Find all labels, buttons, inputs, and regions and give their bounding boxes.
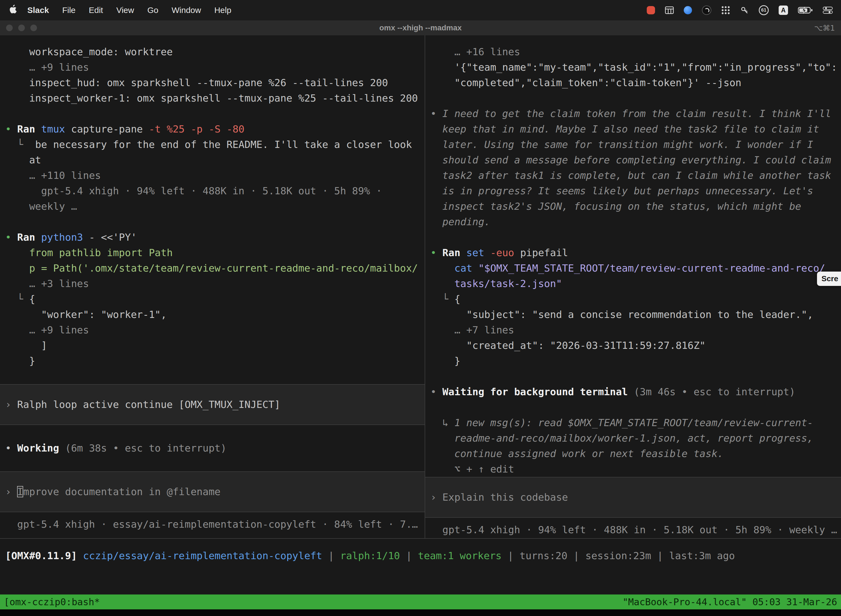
dark-app-icon[interactable] xyxy=(702,6,711,15)
app-launcher-dots-icon[interactable] xyxy=(721,6,730,15)
menu-item-file[interactable]: File xyxy=(56,6,82,15)
tmux-status-bar: [omx-cczip0:bash* "MacBook-Pro-44.local"… xyxy=(0,594,841,609)
terminal-line: pending. xyxy=(425,214,841,230)
blank-line xyxy=(425,369,841,384)
terminal-line: inspect task2's JSON, focusing on the st… xyxy=(425,199,841,214)
key-icon[interactable] xyxy=(740,6,749,15)
screen-recording-indicator-icon[interactable] xyxy=(647,6,655,14)
composer-input[interactable]: › Improve documentation in @filename xyxy=(0,471,425,512)
menu-bar-status-icons: 61 A xyxy=(647,5,835,15)
window-title: omx --xhigh --madmax xyxy=(0,21,841,35)
terminal-line: task2 after task1 is complete, but can I… xyxy=(425,168,841,183)
terminal-line: from pathlib import Path xyxy=(0,245,425,261)
desktop: Slack File Edit View Go Window Help 61 A xyxy=(0,0,841,616)
menu-item-view[interactable]: View xyxy=(110,6,141,15)
terminal-line: at xyxy=(0,153,425,168)
blank-line xyxy=(0,214,425,230)
terminal-line: "created_at": "2026-03-31T11:59:27.816Z" xyxy=(425,338,841,353)
terminal-line: [OMX#0.11.9] cczip/essay/ai-reimplementa… xyxy=(0,548,841,563)
terminal-line: • Ran python3 - <<'PY' xyxy=(0,230,425,245)
terminal-line: "completed","claim_token":"claim-token"}… xyxy=(425,75,841,91)
terminal-line: • Waiting for background terminal (3m 46… xyxy=(425,384,841,400)
terminal-line: inspect_hud: omx sparkshell --tmux-pane … xyxy=(0,75,425,91)
terminal-line: ] xyxy=(0,338,425,353)
terminal-line: readme-and-reco/mailbox/worker-1.json, a… xyxy=(425,431,841,446)
badge-61-icon[interactable]: 61 xyxy=(759,5,769,15)
blank-line xyxy=(0,106,425,122)
terminal-line: gpt-5.4 xhigh · 94% left · 488K in · 5.1… xyxy=(0,183,425,199)
terminal-line: } xyxy=(0,353,425,369)
model-status-line: gpt-5.4 xhigh · essay/ai-reimplementatio… xyxy=(0,517,425,532)
terminal-line: • Working (6m 38s • esc to interrupt) xyxy=(0,440,425,456)
terminal-line: inspect_worker-1: omx sparkshell --tmux-… xyxy=(0,91,425,106)
window-shortcut-hint: ⌥⌘1 xyxy=(814,21,835,35)
terminal-window: workspace_mode: worktree … +9 lines insp… xyxy=(0,35,841,616)
composer-input[interactable]: › Ralph loop active continue [OMX_TMUX_I… xyxy=(0,384,425,425)
blank-line xyxy=(0,369,425,384)
notification-fragment: Scre xyxy=(817,271,841,286)
input-source-icon[interactable]: A xyxy=(779,6,788,15)
menu-item-edit[interactable]: Edit xyxy=(82,6,110,15)
tmux-session-label: [omx-cczip0:bash* xyxy=(4,596,100,607)
composer-input[interactable]: › Explain this codebase xyxy=(425,477,841,518)
blank-line xyxy=(425,230,841,245)
model-status-line: gpt-5.4 xhigh · 94% left · 488K in · 5.1… xyxy=(425,522,841,538)
terminal-line: } xyxy=(425,353,841,369)
terminal-line: └ { xyxy=(0,292,425,307)
blank-line xyxy=(425,400,841,415)
terminal-line: • Ran set -euo pipefail xyxy=(425,245,841,261)
terminal-line: cat "$OMX_TEAM_STATE_ROOT/team/review-cu… xyxy=(425,261,841,276)
battery-charging-icon[interactable] xyxy=(798,6,813,14)
terminal-line: tasks/task-2.json" xyxy=(425,276,841,292)
terminal-line: workspace_mode: worktree xyxy=(0,44,425,60)
terminal-line: later. Using the same for transition mig… xyxy=(425,137,841,153)
terminal-line: … +3 lines xyxy=(0,276,425,292)
terminal-line: … +9 lines xyxy=(0,60,425,75)
menu-item-app-name[interactable]: Slack xyxy=(21,6,56,15)
terminal-line: … +9 lines xyxy=(0,322,425,338)
blue-app-icon[interactable] xyxy=(684,6,692,14)
blank-line xyxy=(0,425,425,440)
notification-fragment-text: Scre xyxy=(821,274,838,283)
terminal-line: p = Path('.omx/state/team/review-current… xyxy=(0,261,425,276)
terminal-line: … +16 lines xyxy=(425,44,841,60)
terminal-line: continue assigned work or next feasible … xyxy=(425,446,841,462)
window-title-bar: omx --xhigh --madmax ⌥⌘1 xyxy=(0,21,841,35)
tmux-host-clock-label: "MacBook-Pro-44.local" 05:03 31-Mar-26 xyxy=(623,596,837,607)
control-center-icon[interactable] xyxy=(823,6,833,14)
omx-hud-status-line: [OMX#0.11.9] cczip/essay/ai-reimplementa… xyxy=(0,548,841,563)
apple-icon xyxy=(9,5,17,16)
menu-bar: Slack File Edit View Go Window Help 61 A xyxy=(0,0,841,21)
terminal-line: weekly … xyxy=(0,199,425,214)
terminal-line: └ { xyxy=(425,292,841,307)
terminal-line: └ be necessary for the end of the README… xyxy=(0,137,425,153)
terminal-line: is in progress? It seems likely but perh… xyxy=(425,183,841,199)
terminal-line: ↳ 1 new msg(s): read $OMX_TEAM_STATE_ROO… xyxy=(425,415,841,431)
terminal-line: … +110 lines xyxy=(0,168,425,183)
apple-menu[interactable] xyxy=(9,5,17,16)
menu-item-window[interactable]: Window xyxy=(165,6,208,15)
blank-line xyxy=(425,91,841,106)
menu-item-help[interactable]: Help xyxy=(208,6,238,15)
bottom-strip xyxy=(0,609,841,616)
terminal-pane-right[interactable]: … +16 lines '{"team_name":"my-team","tas… xyxy=(425,35,841,538)
blank-line xyxy=(0,456,425,471)
terminal-pane-left[interactable]: workspace_mode: worktree … +9 lines insp… xyxy=(0,35,425,538)
terminal-line: ⌥ + ↑ edit xyxy=(425,462,841,477)
terminal-line: … +7 lines xyxy=(425,322,841,338)
menu-item-go[interactable]: Go xyxy=(141,6,165,15)
terminal-line: • I need to get the claim token from the… xyxy=(425,106,841,122)
pane-bottom-border xyxy=(0,538,841,539)
terminal-line: "worker": "worker-1", xyxy=(0,307,425,322)
stats-grid-icon[interactable] xyxy=(665,6,674,14)
terminal-line: '{"team_name":"my-team","task_id":"1","f… xyxy=(425,60,841,75)
terminal-line: should send a message before completing … xyxy=(425,153,841,168)
terminal-line: "subject": "send a concise recommendatio… xyxy=(425,307,841,322)
terminal-line: • Ran tmux capture-pane -t %25 -p -S -80 xyxy=(0,122,425,137)
terminal-line: keep that in mind. Maybe I also need the… xyxy=(425,122,841,137)
